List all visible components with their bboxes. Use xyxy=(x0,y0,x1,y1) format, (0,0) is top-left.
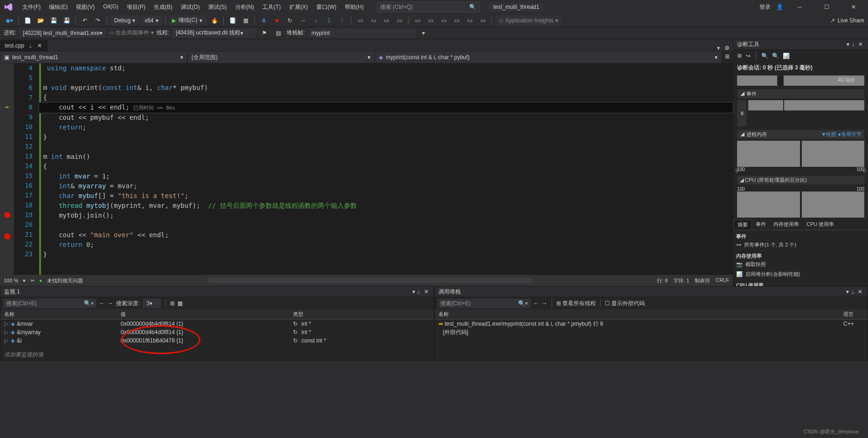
new-button[interactable]: 📄 xyxy=(22,15,33,26)
tb-f[interactable]: ▭ xyxy=(477,15,488,26)
tb-c[interactable]: ▭ xyxy=(438,15,449,26)
tb-dbg-2[interactable]: ▭ xyxy=(368,15,379,26)
col-lang[interactable]: 语言 xyxy=(840,311,868,318)
tab-test-cpp[interactable]: test.cpp ⟂ ✕ xyxy=(0,40,48,51)
global-search-input[interactable]: 搜索 (Ctrl+Q) 🔍 xyxy=(377,2,479,12)
tb-btn-1[interactable]: 📑 xyxy=(227,15,238,26)
thread-dropdown[interactable]: [40436] ucrtbased.dll 线程 ▾ xyxy=(172,28,256,38)
tab-mode[interactable]: 制表符 xyxy=(695,277,710,284)
events-header[interactable]: ◢ 事件 xyxy=(737,89,864,98)
cpu-chart-1[interactable] xyxy=(737,192,800,218)
zoom-out-icon[interactable]: 🔍 xyxy=(772,53,779,59)
project-dropdown[interactable]: ▣ test_multi_thread1▾ xyxy=(0,52,187,63)
gear-icon[interactable]: ⚙ xyxy=(737,53,742,59)
watch-search-input[interactable]: 搜索(Ctrl+E)🔍▾ xyxy=(3,299,96,308)
col-value[interactable]: 值 xyxy=(117,311,289,318)
zoom-level[interactable]: 100 % xyxy=(4,278,18,283)
open-button[interactable]: 📂 xyxy=(35,15,46,26)
next-statement-button[interactable]: → xyxy=(297,15,308,26)
col-name[interactable]: 名称 xyxy=(435,311,840,318)
menu-debug[interactable]: 调试(D) xyxy=(177,1,204,13)
pin-icon[interactable]: ⟂ xyxy=(849,288,856,295)
pin-icon[interactable]: ⟂ xyxy=(849,41,857,48)
menu-edit[interactable]: 编辑(E) xyxy=(45,1,71,13)
tab-events[interactable]: 事件 xyxy=(752,219,770,230)
scope-dropdown[interactable]: (全局范围)▾ xyxy=(188,52,374,63)
filter-icon[interactable]: ▤ xyxy=(273,28,284,38)
watch-row[interactable]: ▷◈ &myarray0x000000d4b4d0f814 {1}↻int * xyxy=(0,328,434,336)
step-out-button[interactable]: ↑ xyxy=(336,15,348,26)
platform-dropdown[interactable]: x64 ▾ xyxy=(141,15,162,26)
undo-button[interactable]: ↶ xyxy=(79,15,90,26)
maximize-button[interactable]: ☐ xyxy=(816,0,837,14)
hot-reload-button[interactable]: 🔥 xyxy=(209,15,220,26)
threads-icon[interactable]: ⊞ 查看所有线程 xyxy=(556,300,596,308)
breakpoint-gutter[interactable]: ➡ xyxy=(0,63,14,275)
login-link[interactable]: 登录 xyxy=(759,3,771,11)
menu-help[interactable]: 帮助(H) xyxy=(341,1,368,13)
col-name[interactable]: 名称 xyxy=(0,311,117,318)
tab-cpu[interactable]: CPU 使用率 xyxy=(803,219,838,230)
next-icon[interactable]: → xyxy=(542,300,547,307)
diag-timeline[interactable]: 407毫秒 xyxy=(733,74,868,88)
scissors-icon[interactable]: ✂ xyxy=(30,278,34,284)
stack-row[interactable]: ➡ test_multi_thread1.exe!myprint(const i… xyxy=(435,320,868,328)
close-icon[interactable]: ✕ xyxy=(856,288,864,295)
chart-icon[interactable]: 📊 xyxy=(783,53,790,59)
prev-icon[interactable]: ← xyxy=(533,300,539,307)
tb-dbg-1[interactable]: ▭ xyxy=(355,15,366,26)
back-nav-button[interactable]: ◉▾ xyxy=(4,15,15,26)
restart-button[interactable]: ↻ xyxy=(284,15,295,26)
heap-row[interactable]: 📊 启用堆分析(会影响性能) xyxy=(736,269,865,279)
menu-build[interactable]: 生成(B) xyxy=(150,1,176,13)
pin-icon[interactable]: ⟂ xyxy=(415,288,423,295)
stack-search-input[interactable]: 搜索(Ctrl+E)🔍▾ xyxy=(437,299,531,308)
menu-file[interactable]: 文件(F) xyxy=(19,1,44,13)
flag-icon[interactable]: ⚑ xyxy=(259,28,270,38)
step-into-button[interactable]: ↓ xyxy=(310,15,321,26)
lifecycle-button[interactable]: ▭ 生命周期事件 ▾ xyxy=(109,29,154,37)
continue-button[interactable]: ▶ 继续(C) ▾ xyxy=(169,15,207,26)
gear-icon[interactable]: ⚙ xyxy=(724,45,730,51)
process-dropdown[interactable]: [40228] test_multi_thread1.exe ▾ xyxy=(19,28,106,38)
hscroll[interactable] xyxy=(207,278,533,283)
events-chart[interactable] xyxy=(748,100,864,110)
menu-analyze[interactable]: 分析(N) xyxy=(232,1,258,13)
user-icon[interactable]: 👤 xyxy=(776,4,783,10)
tb-a[interactable]: ▭ xyxy=(412,15,423,26)
snapshot-row[interactable]: 📷 截取快照 xyxy=(736,260,865,269)
close-button[interactable]: ✕ xyxy=(843,0,864,14)
cpu-chart-2[interactable] xyxy=(802,192,865,218)
split-icon[interactable]: ⊞ xyxy=(722,51,733,62)
menu-git[interactable]: Git(G) xyxy=(99,1,122,13)
memory-header[interactable]: ◢ 进程内存 ▼快照 ●专用字节 xyxy=(737,130,864,139)
minimize-button[interactable]: ─ xyxy=(789,0,810,14)
tb-d[interactable]: ▭ xyxy=(451,15,462,26)
watch-tb-icon1[interactable]: ⊞ xyxy=(170,300,175,307)
stackframe-dropdown[interactable]: myprint xyxy=(308,28,415,38)
menu-project[interactable]: 项目(P) xyxy=(123,1,149,13)
config-dropdown[interactable]: Debug ▾ xyxy=(110,15,139,26)
pause-icon[interactable]: ⏸ xyxy=(737,100,746,126)
close-icon[interactable]: ✕ xyxy=(423,288,430,295)
close-icon[interactable]: ✕ xyxy=(36,42,43,49)
tab-summary[interactable]: 摘要 xyxy=(733,219,752,230)
app-insights-dropdown[interactable]: ◇ Application Insights ▾ xyxy=(495,15,561,26)
menu-extensions[interactable]: 扩展(X) xyxy=(286,1,312,13)
live-share-button[interactable]: ↗ Live Share xyxy=(830,17,864,24)
tb-btn-2[interactable]: ▦ xyxy=(240,15,251,26)
tb-dbg-3[interactable]: ▭ xyxy=(381,15,392,26)
code-content[interactable]: using namespace std; ⊟ void myprint(cons… xyxy=(37,63,733,275)
col-type[interactable]: 类型 xyxy=(289,311,434,318)
all-events-row[interactable]: ⊶ 所有事件(1 个, 共 2 个) xyxy=(736,240,865,250)
save-button[interactable]: 💾 xyxy=(48,15,59,26)
external-code-toggle[interactable]: ☐ 显示外部代码 xyxy=(605,300,645,308)
function-dropdown[interactable]: ◈ myprint(const int & i, char * pybuf)▾ xyxy=(375,52,721,63)
next-icon[interactable]: → xyxy=(108,300,113,307)
depth-dropdown[interactable]: 3 ▾ xyxy=(143,299,161,308)
watch-row[interactable]: ▷◈ &i0x000001f61b640478 {1}↻const int * xyxy=(0,336,434,345)
code-editor[interactable]: ➡ 4567891011121314151617181920212223 usi… xyxy=(0,63,733,275)
menu-tools[interactable]: 工具(T) xyxy=(259,1,284,13)
stop-button[interactable]: ■ xyxy=(271,15,282,26)
add-watch-item[interactable]: 添加要监视的项 xyxy=(0,349,434,360)
